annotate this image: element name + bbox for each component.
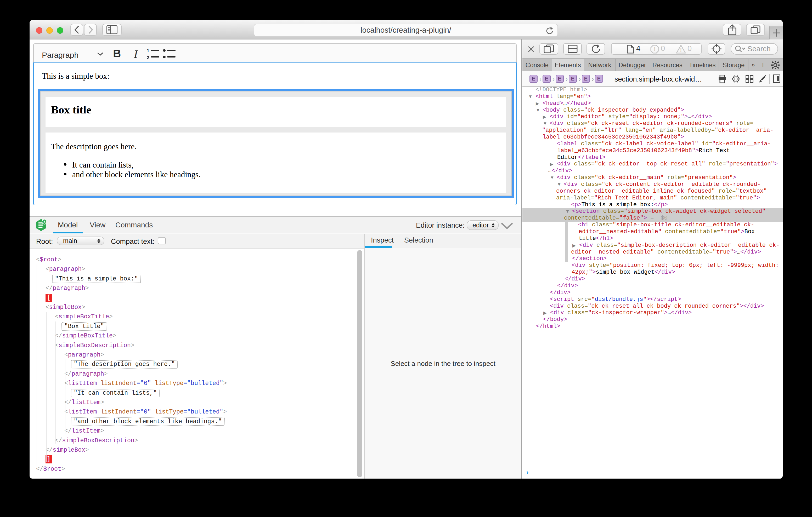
svg-text:!: ! xyxy=(680,47,682,53)
svg-text:1: 1 xyxy=(147,48,149,53)
svg-text:5: 5 xyxy=(44,220,45,224)
svg-text:!: ! xyxy=(654,46,656,52)
svg-text:2: 2 xyxy=(147,55,149,60)
